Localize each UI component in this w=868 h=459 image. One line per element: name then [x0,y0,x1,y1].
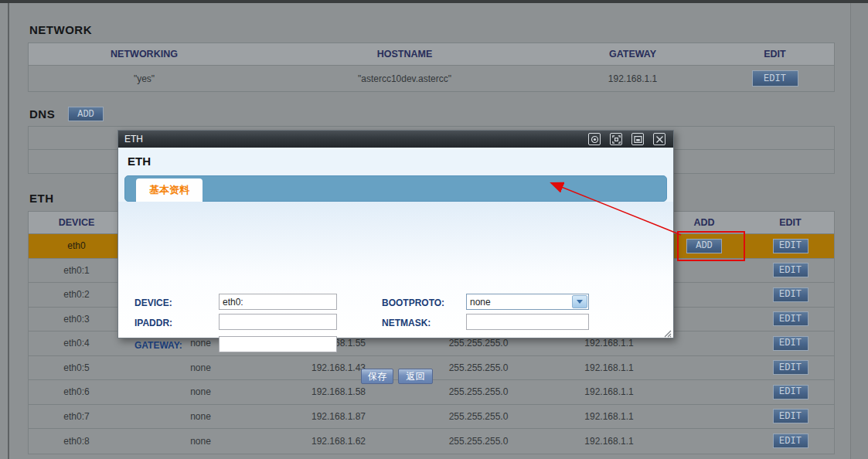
bootproto-select[interactable]: none [466,294,589,310]
netmask-cell: 255.255.255.0 [400,429,557,454]
top-border-bar [0,0,868,3]
network-section-title: NETWORK [29,23,92,36]
table-row[interactable]: eth0:8 none 192.168.1.62 255.255.255.0 1… [29,429,834,454]
table-row: "yes" "astercc10dev.astercc" 192.168.1.1… [29,66,834,91]
edit-cell: EDIT [747,283,834,307]
device-cell: eth0:3 [29,308,124,332]
bootproto-label: BOOTPROTO: [382,298,444,308]
dropdown-arrow-icon[interactable] [572,295,587,308]
close-icon[interactable] [653,133,665,145]
gateway-field[interactable] [219,336,337,352]
networking-cell: "yes" [29,66,260,91]
minimize-icon[interactable] [631,133,644,145]
gateway-cell: 192.168.1.1 [557,429,662,454]
resize-grip[interactable] [662,327,672,336]
network-table: NETWORKING HOSTNAME GATEWAY EDIT "yes" "… [28,42,835,92]
edit-button[interactable]: EDIT [752,70,798,87]
add-cell [662,380,747,404]
device-cell: eth0:4 [29,332,124,355]
device-cell: eth0:5 [29,356,124,380]
edit-button[interactable]: EDIT [773,311,808,326]
edit-button[interactable]: EDIT [773,409,808,423]
device-cell: eth0:8 [29,429,124,454]
edit-button[interactable]: EDIT [773,434,808,448]
maximize-icon[interactable] [610,133,622,145]
table-row[interactable]: eth0:7 none 192.168.1.87 255.255.255.0 1… [29,405,834,430]
edit-cell: EDIT [747,405,834,429]
device-cell: eth0:1 [29,259,124,283]
add-button[interactable]: ADD [686,239,722,253]
device-cell: eth0:6 [29,380,124,404]
netmask-cell: 255.255.255.0 [400,405,557,429]
col-header-gateway: GATEWAY [550,43,716,65]
col-header-edit: EDIT [747,212,834,233]
device-field[interactable] [219,294,337,310]
bootproto-cell: none [124,429,277,454]
right-margin-strip [851,3,868,459]
col-header-hostname: HOSTNAME [260,43,550,65]
collapse-circle-icon[interactable] [588,133,601,145]
gateway-cell: 192.168.1.1 [557,356,662,380]
gateway-cell: 192.168.1.1 [550,66,716,91]
edit-cell: EDIT [747,259,834,283]
add-cell [662,405,747,429]
gateway-cell: 192.168.1.1 [557,405,662,429]
dialog-heading: ETH [118,148,673,175]
dns-section-title: DNS [29,107,55,121]
back-button[interactable]: 返回 [398,369,433,384]
netmask-label: NETMASK: [382,318,431,328]
dialog-title: ETH [124,134,579,144]
netmask-field[interactable] [466,314,589,330]
edit-cell: EDIT [716,66,834,91]
add-cell [662,429,747,454]
edit-button[interactable]: EDIT [773,336,808,351]
dialog-titlebar[interactable]: ETH [118,131,673,148]
edit-button[interactable]: EDIT [773,360,808,375]
save-button[interactable]: 保存 [361,369,393,384]
col-header-networking: NETWORKING [29,43,260,65]
bootproto-cell: none [124,356,277,380]
left-panel-divider [8,3,9,459]
eth-section-title: ETH [29,192,54,205]
add-cell [662,332,747,355]
col-header-add: ADD [662,212,747,233]
edit-button[interactable]: EDIT [773,263,808,277]
add-cell: ADD [662,234,747,258]
device-cell: eth0 [29,234,124,258]
edit-cell: EDIT [747,356,834,380]
add-cell [662,356,747,380]
tab-basic-info[interactable]: 基本资料 [136,178,203,202]
dialog-tab-strip: 基本资料 [124,175,667,202]
add-cell [662,308,747,332]
bootproto-cell: none [124,380,277,404]
device-cell: eth0:2 [29,283,124,307]
right-panel-divider [850,3,851,459]
add-cell [662,259,747,283]
network-table-header: NETWORKING HOSTNAME GATEWAY EDIT [29,43,834,66]
edit-cell: EDIT [747,234,834,258]
device-label: DEVICE: [134,298,172,308]
dns-add-button[interactable]: ADD [68,107,104,121]
ipaddr-cell: 192.168.1.87 [277,405,400,429]
edit-cell: EDIT [747,380,834,404]
bootproto-selected-value: none [470,297,491,308]
add-cell [662,283,747,307]
dialog-form: DEVICE: BOOTPROTO: none IPADDR: NETMASK:… [118,202,673,338]
gateway-label: GATEWAY: [134,340,182,351]
device-cell: eth0:7 [29,405,124,429]
ipaddr-cell: 192.168.1.62 [277,429,400,454]
edit-button[interactable]: EDIT [773,239,808,253]
edit-button[interactable]: EDIT [773,287,808,302]
edit-cell: EDIT [747,429,834,454]
bootproto-cell: none [124,405,277,429]
gateway-cell: 192.168.1.1 [557,380,662,404]
col-header-edit: EDIT [716,43,834,65]
hostname-cell: "astercc10dev.astercc" [260,66,550,91]
edit-button[interactable]: EDIT [773,385,808,400]
edit-cell: EDIT [747,332,834,355]
eth-dialog: ETH ETH 基本资料 DEVICE: BOOTPROTO: [117,130,674,338]
col-header-device: DEVICE [29,212,124,233]
ipaddr-field[interactable] [219,314,337,330]
edit-cell: EDIT [747,308,834,332]
ipaddr-label: IPADDR: [134,318,172,328]
